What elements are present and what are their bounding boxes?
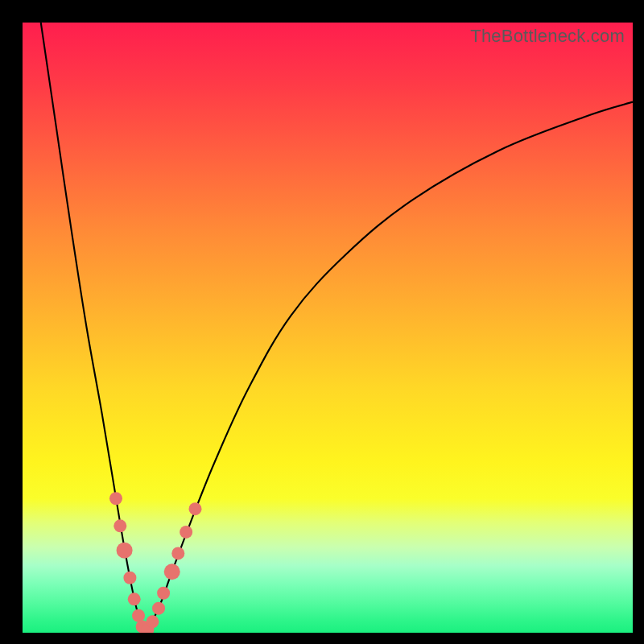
data-point-marker — [128, 592, 141, 605]
data-point-marker — [132, 609, 145, 622]
chart-svg — [23, 23, 633, 633]
data-point-marker — [180, 526, 192, 539]
plot-area: TheBottleneck.com — [23, 23, 633, 633]
data-point-marker — [114, 519, 126, 532]
data-point-marker — [157, 587, 170, 600]
marker-group — [109, 492, 202, 633]
curve-left — [41, 23, 145, 633]
data-point-marker — [123, 572, 136, 584]
data-point-marker — [109, 492, 122, 505]
data-point-marker — [171, 547, 184, 559]
data-point-marker — [164, 564, 180, 580]
curve-right — [145, 102, 633, 633]
data-point-marker — [146, 615, 159, 628]
data-point-marker — [152, 602, 165, 615]
data-point-marker — [117, 543, 133, 559]
chart-frame: TheBottleneck.com — [0, 0, 644, 644]
data-point-marker — [189, 502, 202, 515]
